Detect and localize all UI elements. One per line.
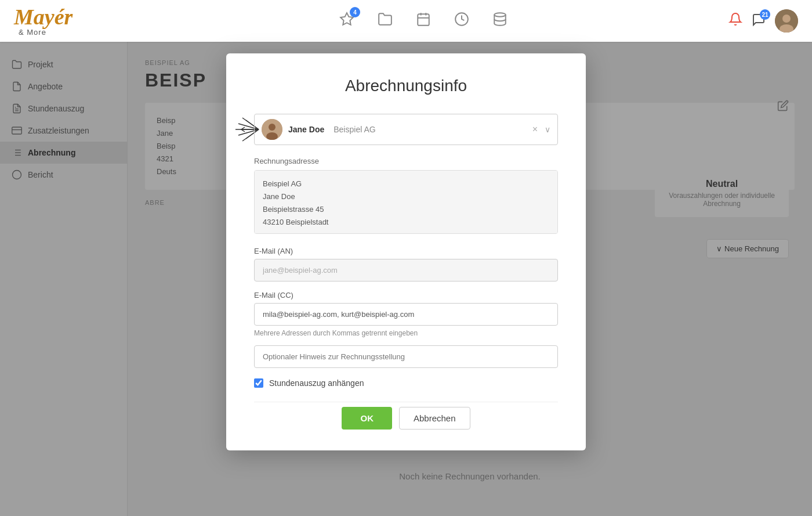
clock-icon xyxy=(454,12,469,27)
nav-clock-button[interactable] xyxy=(454,12,469,30)
contact-company: Beispiel AG xyxy=(334,125,375,134)
contact-avatar-image xyxy=(262,119,282,140)
user-avatar[interactable] xyxy=(775,9,798,33)
svg-point-6 xyxy=(494,13,506,17)
contact-selector[interactable]: Jane Doe Beispiel AG × ∨ xyxy=(254,114,558,145)
header-right: 21 xyxy=(728,9,798,33)
nav-folder-button[interactable] xyxy=(378,12,393,30)
contact-selector-wrapper: Jane Doe Beispiel AG × ∨ xyxy=(254,114,558,145)
logo-sub: & More xyxy=(19,28,118,37)
chat-badge: 21 xyxy=(760,9,770,20)
contact-clear-button[interactable]: × xyxy=(532,125,538,134)
modal-dialog: Abrechnungsinfo xyxy=(226,53,586,450)
header: Mayér & More 4 21 xyxy=(0,0,812,42)
optional-hint-input[interactable] xyxy=(254,345,558,368)
cancel-button[interactable]: Abbrechen xyxy=(399,407,470,430)
stundenauszug-checkbox[interactable] xyxy=(254,378,263,388)
email-cc-hint: Mehrere Adressen durch Kommas getrennt e… xyxy=(254,329,558,337)
billing-address-textarea[interactable]: Beispiel AG Jane Doe Beispielstrasse 45 … xyxy=(254,170,558,234)
contact-selector-controls: × ∨ xyxy=(532,125,550,134)
email-cc-label: E-Mail (CC) xyxy=(254,291,558,300)
bell-icon xyxy=(728,12,742,26)
nav-database-button[interactable] xyxy=(492,12,507,30)
modal-overlay: Abrechnungsinfo xyxy=(0,42,812,516)
email-to-label: E-Mail (AN) xyxy=(254,247,558,255)
email-cc-input[interactable] xyxy=(254,303,558,326)
logo: Mayér & More xyxy=(14,6,118,37)
database-icon xyxy=(492,12,507,27)
svg-point-30 xyxy=(269,124,276,131)
modal-title: Abrechnungsinfo xyxy=(254,77,558,95)
contact-avatar xyxy=(262,119,282,140)
nav-star-button[interactable]: 4 xyxy=(339,12,354,30)
svg-rect-1 xyxy=(418,14,429,26)
email-to-input[interactable] xyxy=(254,259,558,282)
chat-button[interactable]: 21 xyxy=(752,13,766,29)
contact-name: Jane Doe xyxy=(288,125,324,134)
nav-icons: 4 xyxy=(118,12,728,30)
avatar-image xyxy=(775,9,798,33)
logo-main: Mayér xyxy=(14,6,118,28)
bell-button[interactable] xyxy=(728,12,742,30)
checkbox-label[interactable]: Stundenauszug anhängen xyxy=(269,378,364,388)
main-layout: Projekt Angebote Stundenauszug Zusatzlei… xyxy=(0,42,812,516)
star-badge: 4 xyxy=(350,7,360,17)
billing-address-label: Rechnungsadresse xyxy=(254,157,558,165)
modal-footer: OK Abbrechen xyxy=(254,402,558,430)
checkbox-row: Stundenauszug anhängen xyxy=(254,378,558,388)
contact-dropdown-button[interactable]: ∨ xyxy=(545,125,550,134)
ok-button[interactable]: OK xyxy=(342,407,392,430)
svg-point-8 xyxy=(782,15,791,23)
calendar-icon xyxy=(416,12,431,27)
nav-calendar-button[interactable] xyxy=(416,12,431,30)
folder-icon xyxy=(378,12,393,27)
